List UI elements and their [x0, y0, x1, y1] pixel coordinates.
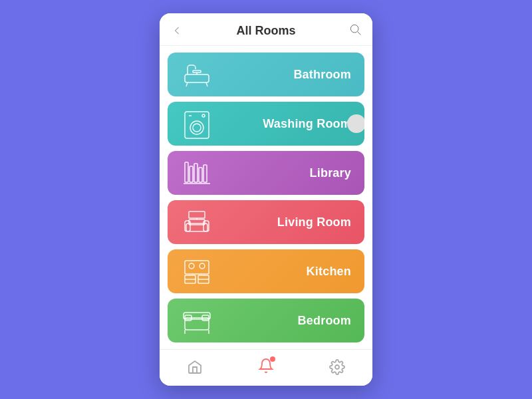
room-card-library[interactable]: Library: [168, 151, 364, 195]
living-icon: [178, 203, 215, 241]
svg-point-9: [193, 124, 201, 132]
rooms-container: Bathroom Washing Room: [160, 46, 372, 349]
svg-point-0: [350, 25, 358, 33]
svg-rect-2: [185, 74, 209, 82]
svg-point-25: [189, 263, 194, 269]
room-card-bathroom[interactable]: Bathroom: [168, 53, 364, 96]
svg-rect-15: [199, 168, 202, 182]
search-button[interactable]: [348, 23, 362, 39]
svg-rect-20: [203, 221, 209, 231]
bathroom-icon: [178, 56, 215, 93]
svg-line-1: [358, 32, 361, 35]
svg-rect-19: [185, 221, 190, 231]
svg-line-3: [186, 82, 188, 86]
room-card-bedroom[interactable]: Bedroom: [168, 299, 364, 342]
svg-line-4: [206, 82, 207, 86]
nav-home[interactable]: [176, 356, 213, 378]
room-card-kitchen[interactable]: Kitchen: [168, 249, 364, 293]
svg-rect-5: [193, 70, 201, 72]
room-card-washing[interactable]: Washing Room: [168, 102, 364, 146]
back-button[interactable]: [170, 24, 184, 37]
svg-point-8: [190, 121, 203, 134]
room-label-bedroom: Bedroom: [215, 314, 351, 328]
nav-notifications[interactable]: [247, 355, 285, 379]
svg-point-37: [335, 365, 339, 369]
scroll-indicator: [347, 114, 364, 133]
nav-settings[interactable]: [319, 356, 356, 378]
kitchen-icon: [178, 253, 215, 290]
room-label-kitchen: Kitchen: [215, 265, 351, 279]
room-label-washing: Washing Room: [215, 117, 351, 131]
svg-rect-21: [189, 219, 205, 225]
svg-rect-13: [190, 166, 193, 182]
svg-point-26: [200, 263, 205, 269]
svg-rect-16: [203, 165, 207, 182]
page-title: All Rooms: [236, 24, 295, 38]
svg-rect-24: [185, 261, 209, 274]
room-card-living[interactable]: Living Room: [168, 200, 364, 244]
room-label-living: Living Room: [215, 215, 351, 229]
bottom-nav: [160, 349, 372, 386]
washing-icon: [178, 105, 215, 142]
svg-rect-14: [194, 164, 198, 182]
room-label-bathroom: Bathroom: [215, 68, 351, 82]
room-label-library: Library: [215, 166, 351, 180]
svg-rect-22: [189, 211, 205, 218]
svg-point-11: [202, 114, 205, 117]
bedroom-icon: [178, 302, 215, 339]
library-icon: [178, 154, 215, 192]
phone-frame: All Rooms Bathroom: [160, 13, 372, 386]
svg-rect-12: [185, 162, 188, 182]
header: All Rooms: [160, 13, 372, 46]
